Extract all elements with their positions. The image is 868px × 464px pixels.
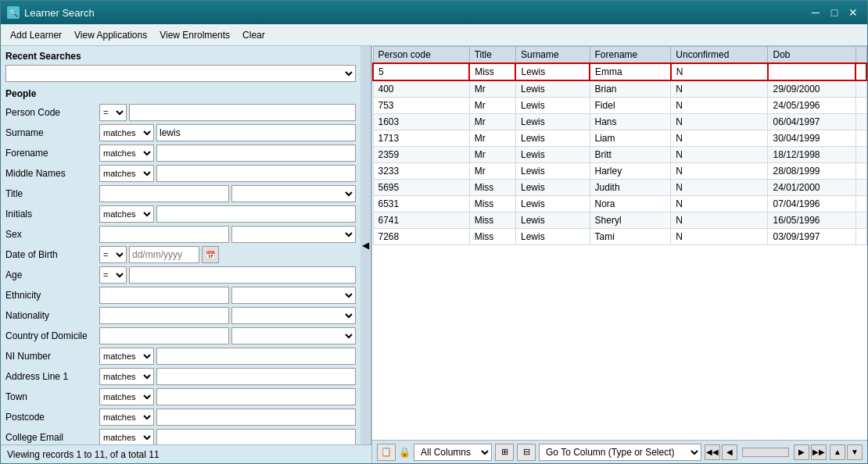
surname-row: Surname matchesstarts with= — [5, 124, 356, 141]
table-row[interactable]: 1713MrLewisLiamN30/04/1999 — [373, 130, 866, 147]
person-code-operator[interactable]: =<> — [99, 104, 127, 121]
nav-next-button[interactable]: ▶ — [794, 444, 809, 460]
cell-surname: Lewis — [515, 196, 590, 212]
ni-number-operator[interactable]: matchesstarts with= — [99, 348, 154, 365]
table-row[interactable]: 2359MrLewisBrittN18/12/1998 — [373, 147, 866, 163]
town-operator[interactable]: matchesstarts with= — [99, 388, 154, 405]
nationality-combo[interactable] — [231, 307, 357, 324]
initials-operator[interactable]: matchesstarts with= — [99, 205, 154, 223]
nav-prev-button[interactable]: ◀ — [722, 444, 737, 460]
title-bar-controls: ─ □ ✕ — [808, 5, 861, 20]
surname-input[interactable] — [156, 124, 356, 141]
title-bar-left: 🔍 Learner Search — [7, 6, 95, 19]
cell-code: 2359 — [373, 147, 469, 163]
columns-dropdown[interactable]: All Columns — [414, 444, 492, 461]
menu-add-learner[interactable]: Add Learner — [4, 27, 68, 44]
ethnicity-combo[interactable] — [231, 287, 357, 304]
menu-clear[interactable]: Clear — [236, 27, 271, 44]
middle-names-label: Middle Names — [5, 168, 99, 179]
menu-view-applications[interactable]: View Applications — [68, 27, 153, 44]
address-line1-input[interactable] — [156, 368, 356, 385]
cell-surname: Lewis — [515, 147, 590, 163]
maximize-button[interactable]: □ — [827, 5, 842, 20]
country-domicile-controls — [99, 327, 356, 344]
town-input[interactable] — [156, 388, 356, 405]
sex-combo[interactable] — [231, 226, 357, 243]
surname-operator[interactable]: matchesstarts with= — [99, 124, 154, 141]
nav-first-button[interactable]: ◀◀ — [705, 444, 720, 460]
cell-title: Mr — [469, 80, 515, 98]
age-controls: =<> — [99, 266, 356, 284]
cell-forename: Brian — [590, 80, 671, 98]
export-button[interactable]: 📋 — [377, 444, 396, 461]
minimize-button[interactable]: ─ — [808, 5, 823, 20]
country-domicile-text-input[interactable] — [99, 327, 229, 344]
cell-code: 400 — [373, 80, 469, 98]
table-row[interactable]: 6531MissLewisNoraN07/04/1996 — [373, 196, 866, 212]
cell-code: 6741 — [373, 212, 469, 229]
panel-divider[interactable]: ◀ — [360, 46, 371, 444]
college-email-operator[interactable]: matchesstarts with= — [99, 429, 154, 444]
table-row[interactable]: 6741MissLewisSherylN16/05/1996 — [373, 212, 866, 229]
go-to-column-select[interactable]: Go To Column (Type or Select) — [539, 444, 701, 461]
forename-input[interactable] — [156, 145, 356, 162]
sex-controls — [99, 226, 356, 243]
col-manage-btn2[interactable]: ⊟ — [517, 444, 536, 461]
divider-arrow-icon: ◀ — [362, 240, 369, 251]
cell-forename: Tami — [590, 229, 671, 245]
nav-down-button[interactable]: ▼ — [847, 444, 863, 460]
cell-dob: 29/09/2000 — [768, 80, 855, 98]
middle-names-operator[interactable]: matchesstarts with= — [99, 165, 154, 182]
ni-number-input[interactable] — [156, 348, 356, 365]
recent-searches-dropdown[interactable] — [5, 65, 356, 82]
cell-surname: Lewis — [515, 130, 590, 147]
forename-operator[interactable]: matchesstarts with= — [99, 145, 154, 162]
initials-input[interactable] — [156, 205, 356, 223]
col-manage-btn1[interactable]: ⊞ — [495, 444, 514, 461]
cell-title: Mr — [469, 163, 515, 180]
person-code-input[interactable] — [129, 104, 356, 121]
cell-unconfirmed: N — [671, 147, 768, 163]
table-row[interactable]: 753MrLewisFidelN24/05/1996 — [373, 98, 866, 114]
menu-view-enrolments[interactable]: View Enrolments — [153, 27, 236, 44]
table-row[interactable]: 1603MrLewisHansN06/04/1997 — [373, 114, 866, 130]
ethnicity-controls — [99, 287, 356, 304]
table-row[interactable]: 5695MissLewisJudithN24/01/2000 — [373, 180, 866, 196]
nav-up-button[interactable]: ▲ — [830, 444, 845, 460]
title-combo[interactable] — [231, 185, 357, 202]
cell-extra — [855, 212, 866, 229]
country-domicile-combo[interactable] — [231, 327, 357, 344]
postcode-operator[interactable]: matchesstarts with= — [99, 409, 154, 426]
age-input[interactable] — [129, 266, 356, 284]
table-row[interactable]: 3233MrLewisHarleyN28/08/1999 — [373, 163, 866, 180]
dob-label: Date of Birth — [5, 249, 99, 260]
title-controls — [99, 185, 356, 202]
close-button[interactable]: ✕ — [845, 5, 861, 20]
table-row[interactable]: 5MissLewisEmmaN — [373, 63, 866, 80]
nav-last-button[interactable]: ▶▶ — [811, 444, 827, 460]
cell-surname: Lewis — [515, 180, 590, 196]
middle-names-input[interactable] — [156, 165, 356, 182]
dob-operator[interactable]: =<> — [99, 246, 127, 263]
title-text-input[interactable] — [99, 185, 229, 202]
calendar-button[interactable]: 📅 — [202, 246, 219, 263]
age-operator[interactable]: =<> — [99, 266, 127, 284]
nav-scrollbar[interactable] — [742, 448, 789, 457]
town-controls: matchesstarts with= — [99, 388, 356, 405]
dob-input[interactable] — [129, 246, 199, 263]
cell-extra — [855, 80, 866, 98]
sex-text-input[interactable] — [99, 226, 229, 243]
ethnicity-text-input[interactable] — [99, 287, 229, 304]
surname-label: Surname — [5, 127, 99, 138]
cell-unconfirmed: N — [671, 196, 768, 212]
college-email-input[interactable] — [156, 429, 356, 444]
town-row: Town matchesstarts with= — [5, 388, 356, 405]
address-line1-operator[interactable]: matchesstarts with= — [99, 368, 154, 385]
nationality-label: Nationality — [5, 310, 99, 321]
sex-row: Sex — [5, 226, 356, 243]
nationality-text-input[interactable] — [99, 307, 229, 324]
postcode-input[interactable] — [156, 409, 356, 426]
table-row[interactable]: 7268MissLewisTamiN03/09/1997 — [373, 229, 866, 245]
table-row[interactable]: 400MrLewisBrianN29/09/2000 — [373, 80, 866, 98]
cell-title: Mr — [469, 130, 515, 147]
